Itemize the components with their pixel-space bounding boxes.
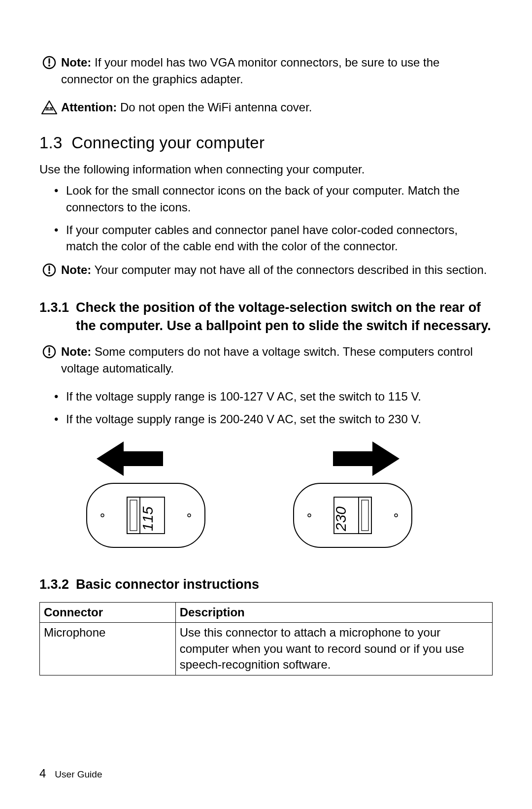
svg-point-7 <box>48 272 50 274</box>
svg-point-10 <box>48 354 50 356</box>
table-header: Connector <box>40 603 176 623</box>
voltage-switch-diagrams: 115 230 <box>67 437 493 555</box>
section-heading: 1.3 Connecting your computer <box>39 134 493 152</box>
note-text: If your model has two VGA monitor connec… <box>61 56 439 86</box>
table-row: Microphone Use this connector to attach … <box>40 623 493 675</box>
section-title: Connecting your computer <box>71 134 265 152</box>
svg-rect-16 <box>127 497 140 534</box>
table-cell: Microphone <box>40 623 176 675</box>
attention-wifi: Attention: Do not open the WiFi antenna … <box>39 99 493 116</box>
svg-point-2 <box>48 65 50 67</box>
bullet-list-b: If the voltage supply range is 100-127 V… <box>39 388 493 427</box>
note-connectors: Note: Your computer may not have all of … <box>39 262 493 278</box>
note-icon <box>39 343 59 359</box>
subsection-title: Basic connector instructions <box>76 575 493 593</box>
table-cell: Use this connector to attach a microphon… <box>175 623 492 675</box>
page-footer: 4User Guide <box>39 767 102 780</box>
note-label: Note: <box>61 345 91 358</box>
table-header: Description <box>175 603 492 623</box>
section-number: 1.3 <box>39 134 62 152</box>
voltage-switch-230: 230 <box>274 437 432 555</box>
note-label: Note: <box>61 56 91 69</box>
note-voltage: Note: Some computers do not have a volta… <box>39 343 493 376</box>
svg-text:230: 230 <box>332 506 349 531</box>
svg-text:115: 115 <box>139 506 156 531</box>
subsection-heading-2: 1.3.2 Basic connector instructions <box>39 575 493 593</box>
list-item: If the voltage supply range is 100-127 V… <box>54 388 493 405</box>
bullet-list-a: Look for the small connector icons on th… <box>39 182 493 254</box>
section-intro: Use the following information when conne… <box>39 161 493 178</box>
note-text: Your computer may not have all of the co… <box>91 263 487 276</box>
note-icon <box>39 54 59 70</box>
connector-table: Connector Description Microphone Use thi… <box>39 602 493 675</box>
svg-marker-3 <box>42 101 57 114</box>
list-item: If the voltage supply range is 200-240 V… <box>54 411 493 428</box>
subsection-title: Check the position of the voltage-select… <box>76 299 493 335</box>
subsection-number: 1.3.2 <box>39 575 76 593</box>
attention-label: Attention: <box>61 101 117 114</box>
list-item: Look for the small connector icons on th… <box>54 182 493 215</box>
svg-marker-19 <box>333 441 399 476</box>
voltage-switch-115: 115 <box>67 437 225 555</box>
list-item: If your computer cables and connector pa… <box>54 222 493 255</box>
svg-rect-24 <box>359 497 371 534</box>
subsection-number: 1.3.1 <box>39 299 76 335</box>
table-header-row: Connector Description <box>40 603 493 623</box>
svg-marker-11 <box>97 441 163 476</box>
page-number: 4 <box>39 767 46 780</box>
attention-text: Do not open the WiFi antenna cover. <box>117 101 312 114</box>
doc-title: User Guide <box>55 769 102 779</box>
note-text: Some computers do not have a voltage swi… <box>61 345 473 375</box>
attention-icon <box>39 99 59 115</box>
note-label: Note: <box>61 263 91 276</box>
note-vga: Note: If your model has two VGA monitor … <box>39 54 493 87</box>
page: Note: If your model has two VGA monitor … <box>0 0 532 809</box>
note-icon <box>39 262 59 277</box>
subsection-heading-1: 1.3.1 Check the position of the voltage-… <box>39 299 493 335</box>
